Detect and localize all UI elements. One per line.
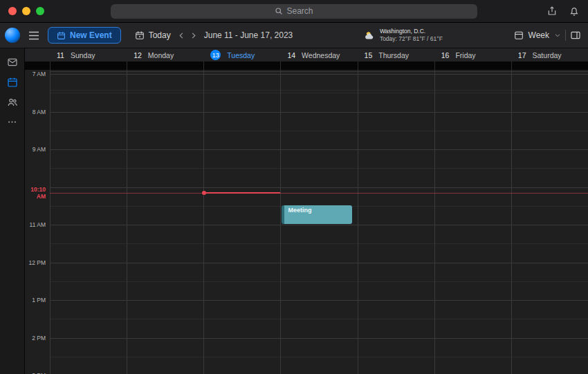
search-input[interactable]: Search — [111, 4, 477, 19]
today-badge: 13 — [210, 50, 221, 60]
titlebar-actions — [546, 6, 580, 17]
navigation-rail — [0, 48, 25, 374]
day-header-thursday[interactable]: 15 Thursday — [358, 51, 434, 59]
day-header-saturday[interactable]: 17 Saturday — [511, 51, 588, 59]
day-column-thursday[interactable] — [358, 70, 434, 374]
view-label: Week — [529, 30, 549, 40]
sidebar-item-mail[interactable] — [7, 57, 18, 68]
event-title: Meeting — [288, 207, 311, 214]
day-name: Thursday — [378, 51, 409, 59]
open-side-panel-icon[interactable] — [570, 30, 581, 41]
close-window-button[interactable] — [8, 7, 17, 15]
calendar-icon — [7, 77, 18, 88]
all-day-gutter — [25, 62, 50, 70]
time-label: 9 AM — [25, 146, 46, 153]
today-calendar-icon — [135, 30, 145, 40]
time-label: 2 PM — [25, 335, 46, 342]
weather-location: Washington, D.C. — [380, 28, 443, 35]
all-day-cell[interactable] — [358, 62, 434, 70]
prev-week-chevron-icon[interactable] — [178, 32, 185, 39]
day-name: Sunday — [71, 51, 95, 59]
zoom-window-button[interactable] — [36, 7, 44, 15]
chevron-down-icon — [554, 32, 561, 39]
day-number: 12 — [134, 51, 142, 59]
day-header-monday[interactable]: 12 Monday — [127, 51, 203, 59]
notifications-bell-icon[interactable] — [569, 6, 580, 17]
people-icon — [7, 97, 18, 108]
day-header-tuesday-today[interactable]: 13 Tuesday — [203, 50, 280, 60]
new-event-button[interactable]: New Event — [48, 27, 121, 44]
day-header-friday[interactable]: 16 Friday — [434, 51, 511, 59]
day-header-row: 11 Sunday 12 Monday 13 Tuesday 14 Wednes… — [25, 48, 588, 62]
app-logo-icon[interactable] — [5, 28, 20, 43]
day-name: Friday — [455, 51, 475, 59]
share-icon[interactable] — [546, 6, 558, 17]
view-selector[interactable]: Week — [514, 30, 561, 40]
weather-sun-cloud-icon — [364, 30, 376, 41]
sidebar-item-calendar[interactable] — [7, 77, 18, 88]
time-label: 8 AM — [25, 109, 46, 115]
all-day-row[interactable] — [25, 62, 588, 70]
time-label: 12 PM — [25, 259, 46, 266]
toolbar-divider — [565, 30, 566, 41]
day-columns: Meeting — [50, 70, 588, 374]
new-event-label: New Event — [70, 30, 112, 40]
today-button[interactable]: Today — [135, 30, 171, 40]
all-day-cell[interactable] — [127, 62, 203, 70]
date-range-label[interactable]: June 11 - June 17, 2023 — [204, 30, 293, 40]
all-day-cell[interactable] — [280, 62, 357, 70]
date-navigation — [178, 32, 197, 39]
window-controls — [8, 7, 44, 15]
search-icon — [275, 7, 283, 15]
time-label: 11 AM — [25, 221, 46, 228]
day-name: Saturday — [533, 51, 562, 59]
time-label: 1 PM — [25, 297, 46, 303]
current-time-indicator — [203, 192, 280, 194]
day-column-tuesday[interactable] — [203, 70, 280, 374]
weather-summary: Today: 72°F 81°F / 61°F — [380, 35, 443, 43]
current-time-line — [50, 193, 588, 194]
search-placeholder: Search — [286, 6, 313, 16]
day-name: Monday — [148, 51, 174, 59]
day-number: 11 — [57, 51, 64, 59]
mail-icon — [7, 57, 18, 68]
day-column-saturday[interactable] — [511, 70, 588, 374]
day-column-friday[interactable] — [434, 70, 511, 374]
day-number: 14 — [287, 51, 295, 59]
day-header-wednesday[interactable]: 14 Wednesday — [280, 51, 357, 59]
calendar-view: 11 Sunday 12 Monday 13 Tuesday 14 Wednes… — [25, 48, 588, 374]
time-grid: 7 AM 8 AM 9 AM 10:10 AM 11 AM 12 PM 1 PM… — [25, 70, 588, 374]
event-meeting[interactable]: Meeting — [282, 205, 351, 224]
menu-hamburger-icon[interactable] — [28, 31, 39, 40]
all-day-cell[interactable] — [434, 62, 511, 70]
app-window: Search New Event Today June 11 - — [0, 0, 588, 374]
new-event-calendar-icon — [57, 31, 66, 40]
titlebar: Search — [0, 0, 588, 23]
current-time-label: 10:10 AM — [25, 186, 46, 200]
day-name: Tuesday — [227, 51, 255, 59]
day-number: 16 — [441, 51, 450, 59]
app-body: 11 Sunday 12 Monday 13 Tuesday 14 Wednes… — [0, 48, 588, 374]
time-label: 7 AM — [25, 71, 46, 77]
sidebar-item-more[interactable] — [7, 117, 17, 127]
day-number: 15 — [365, 51, 373, 59]
weather-text: Washington, D.C. Today: 72°F 81°F / 61°F — [380, 28, 443, 43]
all-day-cell[interactable] — [50, 62, 127, 70]
minimize-window-button[interactable] — [22, 7, 30, 15]
day-name: Wednesday — [302, 51, 340, 59]
toolbar: New Event Today June 11 - June 17, 2023 … — [0, 23, 588, 48]
day-column-sunday[interactable] — [50, 70, 127, 374]
ellipsis-icon — [7, 117, 17, 127]
all-day-cell[interactable] — [203, 62, 280, 70]
all-day-cell[interactable] — [511, 62, 588, 70]
today-label: Today — [149, 30, 171, 40]
day-number: 17 — [518, 51, 526, 59]
sidebar-item-people[interactable] — [7, 97, 18, 108]
day-column-monday[interactable] — [127, 70, 203, 374]
day-header-sunday[interactable]: 11 Sunday — [50, 51, 127, 59]
week-view-icon — [514, 30, 524, 40]
next-week-chevron-icon[interactable] — [190, 32, 197, 39]
weather-widget[interactable]: Washington, D.C. Today: 72°F 81°F / 61°F — [364, 28, 443, 43]
